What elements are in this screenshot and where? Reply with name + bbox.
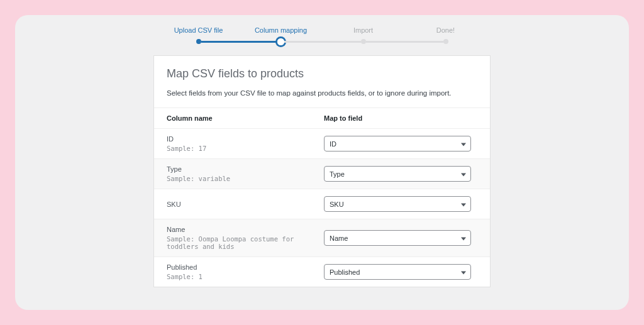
- table-row: IDSample: 17ID: [154, 128, 490, 158]
- column-name-cell: TypeSample: variable: [167, 165, 324, 182]
- step-label: Done!: [404, 26, 487, 34]
- step-label: Import: [322, 26, 404, 34]
- step-circle: [196, 39, 201, 44]
- header-column-name: Column name: [167, 114, 324, 122]
- mapping-panel: Map CSV fields to products Select fields…: [153, 55, 491, 287]
- column-name: Published: [167, 263, 314, 271]
- column-name-cell: IDSample: 17: [167, 135, 324, 152]
- column-name: SKU: [167, 201, 314, 208]
- table-row: TypeSample: variableType: [154, 158, 490, 189]
- table-row: NameSample: Oompa Loompa costume for tod…: [154, 219, 490, 256]
- map-field-select[interactable]: Type: [324, 166, 471, 182]
- column-name-cell: PublishedSample: 1: [167, 263, 324, 280]
- panel-title: Map CSV fields to products: [167, 67, 477, 80]
- mapping-table: Column name Map to field IDSample: 17IDT…: [154, 107, 490, 287]
- panel-header: Map CSV fields to products Select fields…: [154, 56, 490, 107]
- step-column-mapping[interactable]: Column mapping: [240, 26, 322, 44]
- step-circle: [277, 38, 284, 45]
- column-name: ID: [167, 135, 314, 143]
- step-upload-csv-file[interactable]: Upload CSV file: [157, 26, 240, 44]
- table-row: SKUSKU: [154, 189, 490, 219]
- map-field-select[interactable]: ID: [324, 136, 471, 151]
- column-sample: Sample: 17: [167, 145, 314, 152]
- column-name-cell: NameSample: Oompa Loompa costume for tod…: [167, 226, 324, 250]
- column-name: Name: [167, 226, 314, 233]
- header-map-to-field: Map to field: [324, 114, 477, 122]
- column-sample: Sample: Oompa Loompa costume for toddler…: [167, 235, 314, 250]
- step-track: [240, 39, 322, 44]
- table-row: PublishedSample: 1Published: [154, 256, 490, 287]
- chevron-down-icon: Type: [324, 166, 471, 182]
- column-sample: Sample: variable: [167, 175, 314, 182]
- chevron-down-icon: SKU: [324, 196, 471, 212]
- step-track: [157, 39, 240, 44]
- map-field-cell: SKU: [324, 196, 477, 212]
- column-sample: Sample: 1: [167, 273, 314, 280]
- step-label: Column mapping: [240, 26, 322, 34]
- column-name: Type: [167, 165, 314, 173]
- column-name-cell: SKU: [167, 201, 324, 208]
- map-field-cell: Type: [324, 166, 477, 182]
- chevron-down-icon: Name: [324, 230, 471, 246]
- panel-description: Select fields from your CSV file to map …: [167, 88, 477, 99]
- map-field-cell: ID: [324, 136, 477, 151]
- step-label: Upload CSV file: [157, 26, 240, 34]
- app-frame: Upload CSV fileColumn mappingImportDone!…: [15, 15, 629, 310]
- map-field-select[interactable]: Name: [324, 230, 471, 246]
- step-circle: [443, 39, 448, 44]
- chevron-down-icon: ID: [324, 136, 471, 151]
- wizard-container: Upload CSV fileColumn mappingImportDone!…: [153, 26, 491, 287]
- map-field-select[interactable]: SKU: [324, 196, 471, 212]
- stepper: Upload CSV fileColumn mappingImportDone!: [153, 26, 491, 44]
- step-done-[interactable]: Done!: [404, 26, 487, 44]
- map-field-cell: Published: [324, 264, 477, 280]
- step-import[interactable]: Import: [322, 26, 404, 44]
- step-circle: [361, 39, 366, 44]
- table-header: Column name Map to field: [154, 107, 490, 128]
- step-track: [404, 39, 487, 44]
- map-field-select[interactable]: Published: [324, 264, 471, 280]
- map-field-cell: Name: [324, 230, 477, 246]
- chevron-down-icon: Published: [324, 264, 471, 280]
- step-track: [322, 39, 404, 44]
